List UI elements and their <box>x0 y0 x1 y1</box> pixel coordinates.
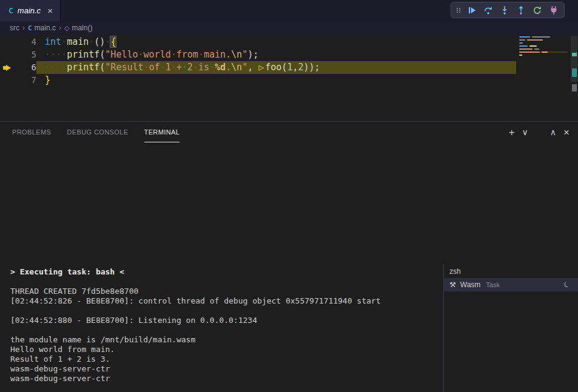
code-token: () <box>94 36 105 47</box>
line-number: 5 <box>13 48 36 61</box>
terminal-line: Hello world from main. <box>10 345 443 354</box>
overview-ruler-mark <box>572 84 577 91</box>
panel-tab-terminal[interactable]: TERMINAL <box>144 122 180 142</box>
code-token: \n <box>231 62 242 73</box>
panel-tab-problems[interactable]: PROBLEMS <box>12 122 51 142</box>
bottom-panel: PROBLEMSDEBUG CONSOLETERMINAL + ∨ ∧ × > … <box>0 121 578 392</box>
code-token: int <box>45 36 61 47</box>
minimap-line <box>519 55 568 56</box>
code-token: { <box>110 36 116 47</box>
code-token: is <box>198 62 209 73</box>
terminal-line <box>10 384 443 392</box>
step-over-icon <box>483 5 493 15</box>
code-token: · <box>89 36 94 47</box>
code-token: · <box>209 62 215 73</box>
panel-header: PROBLEMSDEBUG CONSOLETERMINAL + ∨ ∧ × <box>0 122 578 142</box>
code-token: + <box>176 62 182 73</box>
terminal-dropdown-button[interactable]: ∨ <box>522 128 528 136</box>
code-token: "Hello <box>105 49 138 60</box>
tab-main-c[interactable]: C main.c × <box>0 0 61 21</box>
code-token: · <box>160 62 166 73</box>
breadcrumb-item-mainc[interactable]: Cmain.c <box>28 24 56 32</box>
terminal-line: the module name is /mnt/build/main.wasm <box>10 335 443 345</box>
glyph-margin <box>0 61 13 74</box>
panel-tab-debug-console[interactable]: DEBUG CONSOLE <box>67 122 128 142</box>
code-token: , <box>247 62 258 73</box>
breadcrumb-separator: › <box>59 24 61 32</box>
minimap-line <box>519 39 568 41</box>
step-into-button[interactable] <box>497 3 512 17</box>
breadcrumb: src›Cmain.c›◇main() <box>0 21 578 35</box>
code-token: main. <box>204 49 231 60</box>
code-line[interactable]: 5····printf("Hello·world·from·main.\n"); <box>0 48 578 61</box>
code-token: · <box>138 49 144 60</box>
glyph-margin <box>0 36 13 48</box>
code-token: ( <box>99 49 105 60</box>
breadcrumb-item-main[interactable]: ◇main() <box>64 24 92 32</box>
code-token: world <box>144 49 171 60</box>
terminal-line <box>10 306 443 316</box>
code-token: " <box>242 62 247 73</box>
terminal-output[interactable]: > Executing task: bash < THREAD CREATED … <box>0 264 443 392</box>
code-line[interactable]: 7} <box>0 74 578 87</box>
code-token: " <box>242 49 247 60</box>
code-text: } <box>36 74 50 87</box>
code-line[interactable]: 6····printf("Result·of·1·+·2·is·%d.\n", … <box>0 61 578 74</box>
code-token: ···· <box>45 49 67 60</box>
line-number: 4 <box>13 36 36 48</box>
continue-button[interactable] <box>465 3 479 17</box>
drag-handle-icon[interactable] <box>454 5 463 15</box>
terminal-line: [02:44:52:880 - BE8E8700]: Listening on … <box>10 316 443 325</box>
step-out-icon <box>516 5 526 15</box>
code-token: · <box>144 62 149 73</box>
code-text: ····printf("Hello·world·from·main.\n"); <box>36 48 258 61</box>
minimap[interactable] <box>517 35 570 90</box>
tab-title: main.c <box>18 6 41 15</box>
step-over-button[interactable] <box>481 3 496 17</box>
terminal-line: wasm-debug-server-ctr <box>10 364 443 374</box>
breadcrumb-item-src[interactable]: src <box>10 24 19 32</box>
terminal-line: wasm-debug-server-ctr <box>10 374 443 384</box>
close-panel-button[interactable]: × <box>563 127 570 138</box>
minimap-line <box>519 48 568 50</box>
terminal-line: THREAD CREATED 7fd5be8e8700 <box>10 287 443 296</box>
breadcrumb-label: main.c <box>35 24 56 32</box>
terminal-list-item-zsh[interactable]: >zsh <box>444 265 578 278</box>
code-text: int·main·()·{ <box>36 36 116 48</box>
terminal-line <box>10 325 443 335</box>
minimap-line <box>519 42 568 44</box>
editor[interactable]: 4int·main·()·{5····printf("Hello·world·f… <box>0 35 578 121</box>
terminal-list-item-wasm[interactable]: ⚒WasmTask☾ <box>444 278 578 291</box>
code-token: )); <box>303 62 320 73</box>
code-line[interactable]: 4int·main·()·{ <box>0 36 578 48</box>
terminal-line: [02:44:52:826 - BE8E8700]: control threa… <box>10 296 443 306</box>
editor-code: 4int·main·()·{5····printf("Hello·world·f… <box>0 36 578 87</box>
terminal-item-detail: Task <box>486 281 500 288</box>
step-out-button[interactable] <box>514 3 528 17</box>
code-token: from <box>176 49 198 60</box>
code-token: ···· <box>45 62 67 73</box>
terminal-item-label: Wasm <box>460 281 481 289</box>
breadcrumb-separator: › <box>22 24 25 32</box>
restart-button[interactable] <box>530 3 545 17</box>
terminal-item-label: zsh <box>449 267 461 276</box>
disconnect-button[interactable] <box>546 3 561 17</box>
maximize-panel-button[interactable]: ∧ <box>550 128 556 136</box>
new-terminal-button[interactable]: + <box>509 127 515 138</box>
spinner-icon: ☾ <box>562 280 571 290</box>
disconnect-icon <box>549 5 559 15</box>
breadcrumb-label: main() <box>72 24 92 32</box>
code-token: 2 <box>187 62 193 73</box>
line-number: 7 <box>13 74 36 87</box>
minimap-line <box>519 36 568 38</box>
overview-ruler-mark <box>572 53 577 56</box>
code-token: %d <box>215 62 226 73</box>
breadcrumb-label: src <box>10 24 19 32</box>
tab-close-icon[interactable]: × <box>47 5 53 16</box>
editor-scrollbar[interactable] <box>570 35 578 121</box>
minimap-line <box>519 51 568 53</box>
code-token: } <box>45 75 50 85</box>
panel-tabs: PROBLEMSDEBUG CONSOLETERMINAL <box>12 122 180 142</box>
c-file-icon: C <box>28 24 32 32</box>
code-token: . <box>226 62 231 73</box>
